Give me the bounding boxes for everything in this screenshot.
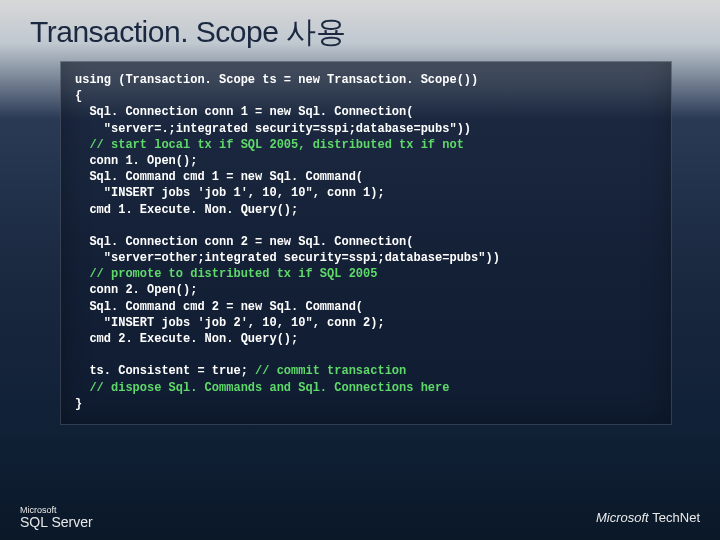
code-block: using (Transaction. Scope ts = new Trans… — [60, 61, 672, 425]
footer: Microsoft SQL Server Microsoft TechNet — [20, 506, 700, 530]
technet-logo: Microsoft TechNet — [596, 510, 700, 525]
code-content: using (Transaction. Scope ts = new Trans… — [75, 72, 657, 412]
slide-title: Transaction. Scope 사용 — [30, 12, 690, 53]
sql-server-logo: Microsoft SQL Server — [20, 506, 93, 530]
